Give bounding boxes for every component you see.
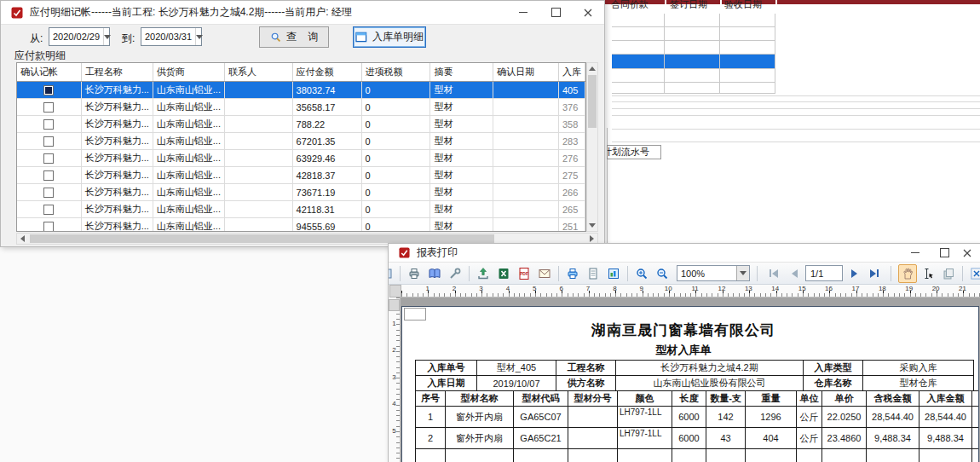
last-page-icon[interactable] (865, 264, 884, 283)
cell-summary[interactable]: 型材 (430, 167, 493, 184)
cell-supplier[interactable]: 山东南山铝业... (153, 218, 224, 233)
col-tax[interactable]: 进项税额 (361, 63, 430, 82)
cell-confirm[interactable] (17, 184, 81, 201)
chevron-down-icon[interactable] (736, 266, 749, 280)
cell-amount[interactable]: 67201.35 (292, 133, 361, 150)
cell-contact[interactable] (224, 133, 292, 150)
open-book-icon[interactable] (425, 264, 444, 283)
cell-amount[interactable]: 35658.17 (292, 99, 361, 116)
cell-contact[interactable] (224, 99, 292, 116)
cell-contact[interactable] (224, 167, 292, 184)
cell-contact[interactable] (224, 184, 292, 201)
col-supplier[interactable]: 供货商 (153, 63, 224, 82)
zoom-level-combo[interactable]: 100% (677, 265, 750, 281)
col-amount[interactable]: 应付金额 (292, 63, 361, 82)
cell-supplier[interactable]: 山东南山铝业... (153, 99, 224, 116)
grid-cell[interactable] (612, 69, 665, 83)
cell-confirm-date[interactable] (493, 116, 558, 133)
cell-supplier[interactable]: 山东南山铝业... (153, 184, 224, 201)
confirm-checkbox[interactable] (43, 170, 54, 181)
cell-confirm-date[interactable] (493, 82, 558, 99)
cell-tax[interactable]: 0 (361, 167, 430, 184)
selected-grid-cell[interactable] (665, 55, 720, 69)
detail-row[interactable]: 长沙万科魅力... 山东南山铝业... 73671.19 0 型材 266 (17, 184, 585, 201)
scroll-up-icon[interactable] (587, 63, 597, 74)
cell-amount[interactable]: 42118.31 (292, 201, 361, 218)
cell-receipt[interactable]: 275 (558, 167, 585, 184)
grid-cell[interactable] (720, 41, 775, 55)
grid-cell[interactable] (720, 27, 775, 41)
grid-cell[interactable] (665, 41, 720, 55)
query-button[interactable]: 查 询 (259, 26, 329, 48)
confirm-checkbox[interactable] (43, 205, 54, 215)
confirm-checkbox[interactable] (43, 153, 54, 164)
cell-tax[interactable]: 0 (361, 184, 430, 201)
print-icon[interactable] (405, 264, 424, 283)
partial-icon[interactable] (389, 264, 395, 283)
close-icon[interactable] (572, 1, 604, 24)
from-date-picker[interactable]: 2020/02/29 (49, 27, 110, 46)
detail-row[interactable]: 长沙万科魅力... 山东南山铝业... 788.22 0 型材 358 (17, 116, 585, 133)
cell-confirm[interactable] (17, 99, 81, 116)
col-contact[interactable]: 联系人 (224, 63, 292, 82)
hscroll-thumb[interactable] (30, 234, 494, 243)
page-setup-icon[interactable] (584, 264, 602, 283)
cell-confirm-date[interactable] (493, 184, 558, 201)
cell-tax[interactable]: 0 (361, 133, 430, 150)
detail-row[interactable]: 长沙万科魅力... 山东南山铝业... 42118.31 0 型材 265 (17, 201, 585, 218)
cell-confirm[interactable] (17, 116, 81, 133)
cell-contact[interactable] (224, 116, 292, 133)
cell-summary[interactable]: 型材 (430, 82, 493, 99)
grid-cell[interactable] (720, 69, 775, 83)
cell-confirm-date[interactable] (493, 150, 558, 167)
cell-receipt[interactable]: 283 (558, 133, 585, 150)
grid-cell[interactable] (612, 14, 665, 27)
col-project[interactable]: 工程名称 (81, 63, 153, 82)
cell-amount[interactable]: 73671.19 (292, 184, 361, 201)
chevron-down-icon[interactable] (195, 28, 203, 45)
column-header-contract-price[interactable]: 合同价款 (611, 0, 662, 12)
column-header-accept-date[interactable]: 验收日期 (724, 0, 775, 12)
prev-page-icon[interactable] (785, 264, 804, 283)
cell-receipt[interactable]: 405 (558, 82, 585, 99)
cell-supplier[interactable]: 山东南山铝业... (153, 167, 224, 184)
cell-project[interactable]: 长沙万科魅力... (81, 167, 153, 184)
col-confirm-date[interactable]: 确认日期 (493, 63, 558, 82)
column-header-sign-date[interactable]: 签订日期 (670, 0, 721, 12)
confirm-checkbox[interactable] (43, 188, 54, 198)
cell-project[interactable]: 长沙万科魅力... (81, 150, 153, 167)
cell-summary[interactable]: 型材 (430, 133, 493, 150)
confirm-checkbox[interactable] (43, 222, 54, 232)
report-preview-area[interactable]: 12345 湖南亘晟门窗幕墙有限公司 型材入库单 入库单号 型材_405 工程名… (389, 297, 980, 462)
cell-confirm[interactable] (17, 218, 81, 233)
col-confirm[interactable]: 确认记帐 (17, 63, 81, 82)
grid-cell[interactable] (612, 83, 665, 94)
grid-cell[interactable] (720, 14, 775, 27)
zoom-out-icon[interactable] (653, 264, 672, 283)
export-icon[interactable] (474, 264, 493, 283)
cell-supplier[interactable]: 山东南山铝业... (153, 133, 224, 150)
cell-supplier[interactable]: 山东南山铝业... (153, 150, 224, 167)
cell-project[interactable]: 长沙万科魅力... (81, 201, 153, 218)
cell-project[interactable]: 长沙万科魅力... (81, 133, 153, 150)
cell-supplier[interactable]: 山东南山铝业... (153, 201, 224, 218)
cell-project[interactable]: 长沙万科魅力... (81, 218, 153, 233)
cell-contact[interactable] (224, 150, 292, 167)
cell-summary[interactable]: 型材 (430, 184, 493, 201)
cell-summary[interactable]: 型材 (430, 201, 493, 218)
grid-cell[interactable] (665, 69, 720, 83)
cell-amount[interactable]: 788.22 (292, 116, 361, 133)
pan-hand-icon[interactable] (898, 264, 917, 283)
pdf-export-icon[interactable]: PDF (515, 264, 533, 283)
detail-titlebar[interactable]: 应付明细记帐------当前工程: 长沙万科魅力之城4.2期------当前用户… (1, 1, 604, 25)
cell-supplier[interactable]: 山东南山铝业... (153, 116, 224, 133)
maximize-icon[interactable] (930, 244, 959, 262)
print-setup-icon[interactable] (563, 264, 582, 283)
grid-cell[interactable] (612, 41, 665, 55)
detail-row[interactable]: 长沙万科魅力... 山东南山铝业... 38032.74 0 型材 405 (17, 82, 585, 99)
cell-summary[interactable]: 型材 (430, 99, 493, 116)
settings-wrench-icon[interactable] (446, 264, 464, 283)
cell-project[interactable]: 长沙万科魅力... (81, 116, 153, 133)
detail-row[interactable]: 长沙万科魅力... 山东南山铝业... 67201.35 0 型材 283 (17, 133, 585, 150)
next-page-icon[interactable] (845, 264, 863, 283)
